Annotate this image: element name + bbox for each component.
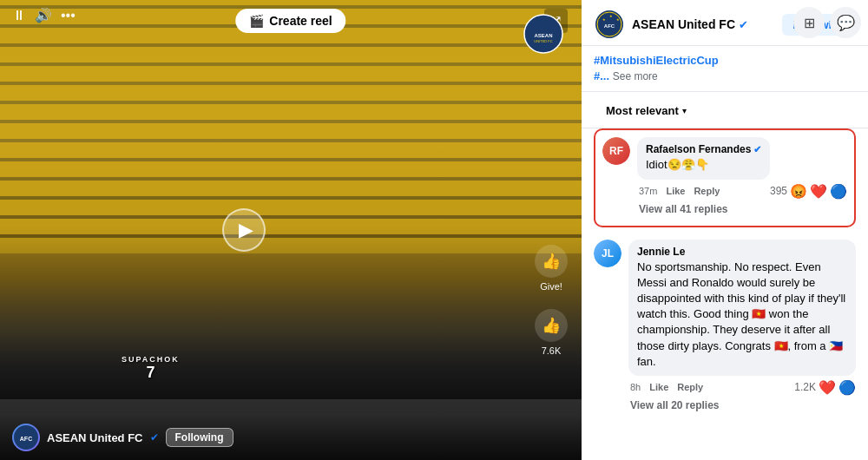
svg-text:★: ★	[616, 17, 620, 22]
asean-logo-video: ASEAN UNITED FC	[523, 13, 564, 58]
volume-icon[interactable]: 🔊	[35, 7, 52, 23]
following-button-video[interactable]: Following	[166, 428, 233, 447]
avatar-placeholder-jl: JL	[594, 240, 621, 267]
svg-text:UNITED FC: UNITED FC	[534, 39, 552, 43]
reaction-heart-icon: ❤️	[810, 183, 827, 200]
jennie-blue-icon: 🔵	[838, 379, 856, 396]
grid-icon: ⊞	[804, 15, 815, 31]
give-label: Give!	[540, 281, 562, 292]
messenger-icon-button[interactable]: 💬	[830, 7, 861, 38]
jennie-reactions: 1.2K ❤️ 🔵	[794, 379, 856, 396]
jennie-name: Jennie Le	[637, 246, 685, 258]
page-name-group: ASEAN United FC ✔	[632, 17, 748, 31]
top-right-icons: ⊞ 💬	[793, 7, 861, 38]
jennie-avatar: JL	[594, 240, 621, 267]
jennie-actions: 8h Like Reply 1.2K ❤️ 🔵	[628, 379, 856, 396]
filter-area: Most relevant ▾	[582, 92, 868, 128]
page-info-video: AFC ASEAN United FC ✔ Following	[12, 424, 233, 451]
view-replies-jennie-label: View all 20 replies	[630, 399, 720, 411]
filter-label: Most relevant	[606, 104, 679, 117]
page-logo: AFC ★ ★ ★	[594, 9, 625, 40]
comment-item-rafaelson: RF Rafaelson Fernandes ✔ Idiot😒😤👇 37m Li…	[602, 137, 847, 214]
rafaelson-author: Rafaelson Fernandes ✔	[646, 143, 761, 155]
rafaelson-avatar: RF	[602, 137, 630, 165]
jennie-reaction-count: 1.2K	[794, 381, 816, 393]
svg-text:★: ★	[602, 17, 606, 22]
pause-icon[interactable]: ⏸	[12, 8, 26, 23]
comment-bubble-rafaelson: Rafaelson Fernandes ✔ Idiot😒😤👇	[637, 137, 770, 179]
thumbs-up-icon: 👍	[535, 309, 568, 342]
like-count-container: 👍 7.6K	[535, 309, 568, 356]
rafaelson-reply-btn[interactable]: Reply	[694, 186, 720, 196]
caption-tag: #MitsubishiElectricCup	[594, 54, 719, 67]
page-name-video: ASEAN United FC	[47, 431, 143, 444]
rafaelson-comment-text: Idiot😒😤👇	[646, 157, 761, 173]
caption-text: #MitsubishiElectricCup #... See more	[594, 53, 856, 84]
seats-overlay	[0, 0, 582, 253]
svg-text:AFC: AFC	[604, 23, 615, 29]
jennie-comment-text: No sportsmanship. No respect. Even Messi…	[637, 260, 847, 370]
grid-icon-button[interactable]: ⊞	[793, 7, 825, 38]
comments-panel: ⊞ 💬 AFC ★ ★ ★ ASEAN United FC ✔	[582, 0, 868, 460]
page-avatar-video: AFC	[12, 424, 40, 451]
play-button-container: ▶	[222, 208, 266, 252]
see-more-btn[interactable]: See more	[613, 70, 658, 82]
video-top-bar: ⏸ 🔊 •••	[0, 0, 582, 30]
give-button[interactable]: 👍 Give!	[535, 245, 568, 292]
video-panel: SUPACHOK 7 ⏸ 🔊 ••• ASEAN UNITED FC 🎬 Cre…	[0, 0, 582, 460]
jennie-reply-btn[interactable]: Reply	[677, 382, 703, 392]
svg-text:★: ★	[609, 14, 613, 18]
view-replies-rafaelson-label: View all 41 replies	[639, 203, 728, 215]
comment-bubble-jennie: Jennie Le No sportsmanship. No respect. …	[628, 240, 856, 376]
jennie-view-replies[interactable]: View all 20 replies	[628, 399, 856, 411]
video-right-sidebar: 👍 Give! 👍 7.6K	[535, 245, 568, 356]
rafaelson-time: 37m	[639, 186, 657, 196]
jersey-text: SUPACHOK 7	[122, 355, 180, 382]
page-name-header: ASEAN United FC	[632, 17, 735, 31]
more-options-icon[interactable]: •••	[61, 8, 76, 23]
video-bottom-bar: AFC ASEAN United FC ✔ Following	[0, 415, 582, 460]
rafaelson-like-btn[interactable]: Like	[666, 186, 685, 196]
page-info-header: AFC ★ ★ ★ ASEAN United FC ✔	[594, 9, 748, 40]
rafaelson-comment-content: Rafaelson Fernandes ✔ Idiot😒😤👇 37m Like …	[637, 137, 847, 214]
rafaelson-name: Rafaelson Fernandes	[646, 143, 751, 155]
jennie-author: Jennie Le	[637, 246, 847, 258]
give-icon: 👍	[535, 245, 568, 278]
rafaelson-view-replies[interactable]: View all 41 replies	[637, 203, 847, 215]
like-count: 7.6K	[542, 345, 562, 356]
rafaelson-actions: 37m Like Reply 395 😡 ❤️ 🔵	[637, 183, 847, 200]
rafaelson-reaction-count: 395	[770, 185, 787, 197]
jennie-heart-icon: ❤️	[819, 379, 836, 396]
verified-badge-rafaelson: ✔	[753, 144, 761, 155]
play-arrow-icon: ▶	[239, 219, 253, 241]
reaction-angry-icon: 😡	[790, 183, 807, 200]
avatar-placeholder-rf: RF	[602, 137, 630, 165]
jennie-comment-content: Jennie Le No sportsmanship. No respect. …	[628, 240, 856, 411]
rafaelson-reactions: 395 😡 ❤️ 🔵	[770, 183, 847, 200]
jennie-like-btn[interactable]: Like	[649, 382, 668, 392]
filter-arrow-icon: ▾	[682, 106, 687, 115]
comments-list: RF Rafaelson Fernandes ✔ Idiot😒😤👇 37m Li…	[582, 128, 868, 460]
highlighted-comment: RF Rafaelson Fernandes ✔ Idiot😒😤👇 37m Li…	[594, 128, 856, 227]
video-controls: ⏸ 🔊 •••	[12, 7, 76, 23]
comments-filter-button[interactable]: Most relevant ▾	[594, 97, 856, 124]
verified-icon-header: ✔	[739, 18, 748, 31]
play-button[interactable]: ▶	[222, 208, 266, 252]
comment-item-jennie: JL Jennie Le No sportsmanship. No respec…	[594, 240, 856, 411]
svg-text:AFC: AFC	[20, 436, 32, 442]
jennie-time: 8h	[630, 382, 641, 392]
caption-hashtag2: #...	[594, 69, 609, 82]
people-shadow	[0, 226, 582, 399]
messenger-icon: 💬	[837, 14, 855, 32]
caption-area: #MitsubishiElectricCup #... See more	[582, 46, 868, 92]
svg-text:ASEAN: ASEAN	[534, 33, 552, 38]
verified-badge-video: ✔	[150, 431, 159, 444]
reaction-blue-icon: 🔵	[830, 183, 847, 200]
